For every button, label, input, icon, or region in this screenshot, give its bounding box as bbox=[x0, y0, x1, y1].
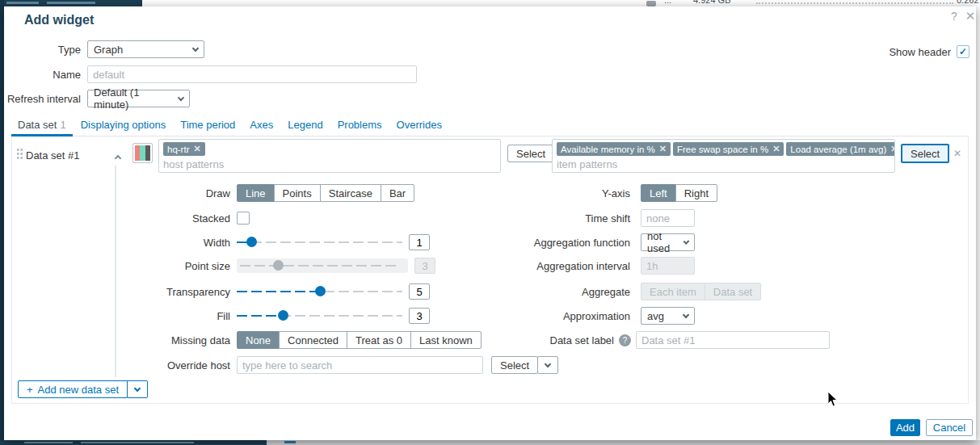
width-label: Width bbox=[11, 237, 230, 249]
draw-segmented: Line Points Staircase Bar bbox=[237, 184, 414, 202]
width-slider[interactable] bbox=[237, 237, 402, 248]
chevron-down-icon bbox=[178, 94, 184, 100]
add-button[interactable]: Add bbox=[890, 419, 920, 436]
tab-axes[interactable]: Axes bbox=[243, 115, 280, 136]
aggregate-segmented: Each item Data set bbox=[641, 283, 761, 300]
host-patterns-multiselect[interactable]: hq-rtr ✕ host patterns bbox=[158, 139, 501, 173]
fill-slider[interactable] bbox=[237, 310, 402, 321]
chip-remove-icon[interactable]: ✕ bbox=[659, 144, 667, 154]
draw-option-points[interactable]: Points bbox=[274, 184, 321, 202]
name-input[interactable] bbox=[87, 65, 417, 83]
aggregation-interval-input bbox=[641, 257, 695, 275]
slider-thumb[interactable] bbox=[246, 237, 257, 247]
plus-icon: + bbox=[27, 384, 33, 396]
aggregate-option-each-item: Each item bbox=[641, 283, 705, 300]
stacked-checkbox[interactable] bbox=[237, 212, 250, 225]
slider-thumb[interactable] bbox=[315, 286, 326, 296]
yaxis-segmented: Left Right bbox=[641, 184, 717, 202]
fill-label: Fill bbox=[11, 310, 230, 322]
transparency-value[interactable] bbox=[409, 283, 430, 300]
item-chip[interactable]: Load average (1m avg) ✕ bbox=[786, 142, 895, 156]
item-chip[interactable]: Available memory in % ✕ bbox=[557, 142, 671, 156]
item-chip[interactable]: Free swap space in % ✕ bbox=[673, 142, 784, 156]
tab-bar: Data set1 Displaying options Time period… bbox=[11, 115, 969, 136]
add-new-dataset-button[interactable]: + Add new data set bbox=[18, 380, 128, 398]
add-new-dataset-split-button: + Add new data set bbox=[18, 380, 148, 398]
refresh-interval-label: Refresh interval bbox=[4, 93, 81, 105]
tab-displaying-options[interactable]: Displaying options bbox=[74, 115, 173, 136]
bg-dotted-leader bbox=[756, 2, 953, 4]
draw-option-line[interactable]: Line bbox=[237, 184, 275, 202]
missing-data-segmented: None Connected Treat as 0 Last known bbox=[237, 331, 482, 349]
show-header-label: Show header bbox=[889, 46, 951, 58]
aggregate-option-data-set: Data set bbox=[705, 283, 761, 300]
transparency-label: Transparency bbox=[11, 286, 230, 298]
drag-handle[interactable] bbox=[16, 148, 23, 159]
cancel-button[interactable]: Cancel bbox=[926, 419, 973, 436]
width-value[interactable] bbox=[409, 234, 430, 250]
remove-dataset-icon[interactable]: ✕ bbox=[953, 148, 961, 159]
collapse-icon[interactable] bbox=[109, 151, 120, 163]
chevron-down-icon bbox=[134, 385, 141, 392]
approximation-select[interactable]: avg bbox=[641, 307, 695, 325]
tab-problems[interactable]: Problems bbox=[331, 115, 389, 136]
refresh-interval-select[interactable]: Default (1 minute) bbox=[87, 90, 190, 107]
color-palette-swatch[interactable] bbox=[132, 143, 153, 163]
tab-time-period[interactable]: Time period bbox=[174, 115, 242, 136]
yaxis-option-left[interactable]: Left bbox=[641, 184, 676, 202]
tab-data-set[interactable]: Data set1 bbox=[11, 115, 73, 136]
yaxis-option-right[interactable]: Right bbox=[675, 184, 717, 202]
bg-metric-value: 0.262 bbox=[957, 0, 979, 6]
aggregation-function-select[interactable]: not used bbox=[641, 233, 695, 251]
close-icon[interactable]: ✕ bbox=[964, 10, 977, 23]
missing-option-connected[interactable]: Connected bbox=[279, 331, 347, 349]
add-new-dataset-caret[interactable] bbox=[128, 380, 148, 398]
fill-value[interactable] bbox=[409, 308, 430, 324]
show-header-checkbox[interactable]: ✓ bbox=[957, 45, 969, 58]
type-select[interactable]: Graph bbox=[87, 40, 204, 58]
host-chip[interactable]: hq-rtr ✕ bbox=[163, 142, 205, 156]
item-select-button[interactable]: Select bbox=[901, 144, 949, 163]
override-host-select-button[interactable]: Select bbox=[491, 356, 538, 374]
aggregation-function-label: Aggregation function bbox=[452, 237, 630, 249]
chevron-down-icon bbox=[683, 238, 690, 245]
stacked-label: Stacked bbox=[11, 212, 230, 225]
missing-option-none[interactable]: None bbox=[237, 331, 280, 349]
transparency-slider[interactable] bbox=[237, 286, 402, 297]
chip-remove-icon[interactable]: ✕ bbox=[890, 144, 895, 154]
name-label: Name bbox=[4, 69, 81, 81]
aggregation-interval-label: Aggregation interval bbox=[452, 260, 630, 272]
bg-ellipsis: ... bbox=[664, 0, 671, 6]
dataset-label-input[interactable] bbox=[636, 331, 830, 349]
override-host-select-caret[interactable] bbox=[537, 356, 558, 374]
slider-thumb[interactable] bbox=[278, 310, 288, 321]
type-label: Type bbox=[4, 44, 81, 56]
item-patterns-multiselect[interactable]: Available memory in % ✕ Free swap space … bbox=[552, 139, 895, 173]
tab-overrides[interactable]: Overrides bbox=[390, 115, 448, 136]
override-host-input[interactable] bbox=[237, 356, 483, 374]
help-icon[interactable]: ? bbox=[948, 10, 961, 23]
tab-legend[interactable]: Legend bbox=[281, 115, 329, 136]
point-size-value bbox=[414, 258, 435, 274]
time-shift-label: Time shift bbox=[452, 212, 630, 225]
time-shift-input[interactable] bbox=[641, 209, 695, 227]
chip-remove-icon[interactable]: ✕ bbox=[193, 144, 200, 154]
missing-option-treat-as-0[interactable]: Treat as 0 bbox=[347, 331, 411, 349]
aggregate-label: Aggregate bbox=[452, 286, 630, 298]
draw-option-staircase[interactable]: Staircase bbox=[320, 184, 381, 202]
background-page-bottom bbox=[0, 440, 980, 445]
add-widget-dialog: Add widget ? ✕ Type Graph Show header ✓ … bbox=[4, 6, 976, 440]
item-patterns-placeholder: item patterns bbox=[557, 158, 890, 170]
host-select-button[interactable]: Select bbox=[507, 145, 554, 162]
approximation-value: avg bbox=[647, 310, 664, 322]
bg-sidebar bbox=[0, 0, 142, 6]
type-select-value: Graph bbox=[94, 44, 123, 56]
chip-remove-icon[interactable]: ✕ bbox=[772, 144, 780, 154]
chevron-down-icon bbox=[683, 311, 689, 317]
draw-option-bar[interactable]: Bar bbox=[381, 184, 414, 202]
aggregation-function-value: not used bbox=[647, 230, 678, 254]
help-icon[interactable]: ? bbox=[619, 334, 631, 346]
chevron-down-icon bbox=[545, 361, 551, 367]
host-icon bbox=[646, 1, 656, 6]
override-host-label: Override host bbox=[11, 359, 230, 372]
